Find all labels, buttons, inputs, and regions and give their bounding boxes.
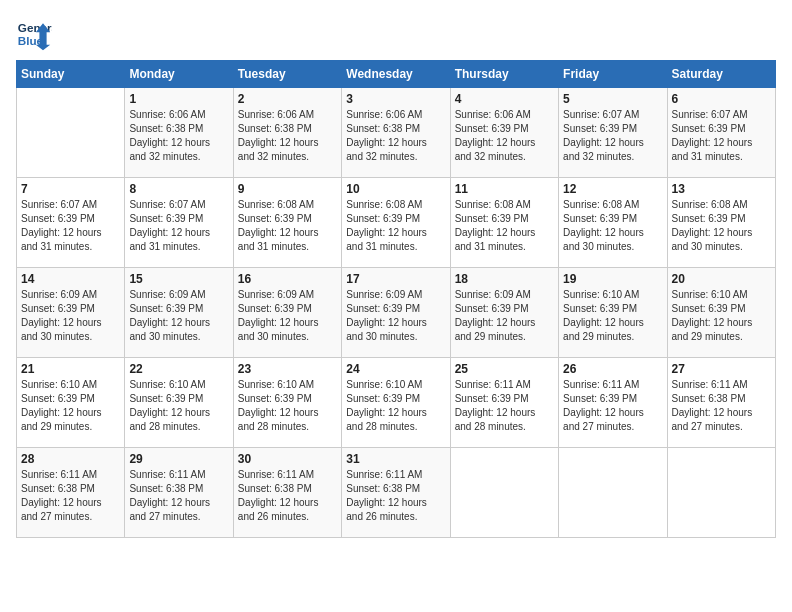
calendar-week-4: 21Sunrise: 6:10 AM Sunset: 6:39 PM Dayli…: [17, 358, 776, 448]
day-info: Sunrise: 6:11 AM Sunset: 6:39 PM Dayligh…: [455, 378, 554, 434]
calendar-cell: [667, 448, 775, 538]
weekday-header-sunday: Sunday: [17, 61, 125, 88]
calendar-week-2: 7Sunrise: 6:07 AM Sunset: 6:39 PM Daylig…: [17, 178, 776, 268]
day-number: 27: [672, 362, 771, 376]
day-info: Sunrise: 6:10 AM Sunset: 6:39 PM Dayligh…: [563, 288, 662, 344]
day-info: Sunrise: 6:08 AM Sunset: 6:39 PM Dayligh…: [672, 198, 771, 254]
calendar-cell: 6Sunrise: 6:07 AM Sunset: 6:39 PM Daylig…: [667, 88, 775, 178]
day-number: 3: [346, 92, 445, 106]
day-info: Sunrise: 6:06 AM Sunset: 6:38 PM Dayligh…: [129, 108, 228, 164]
calendar-cell: [559, 448, 667, 538]
day-number: 24: [346, 362, 445, 376]
day-info: Sunrise: 6:10 AM Sunset: 6:39 PM Dayligh…: [238, 378, 337, 434]
day-number: 18: [455, 272, 554, 286]
calendar-cell: 18Sunrise: 6:09 AM Sunset: 6:39 PM Dayli…: [450, 268, 558, 358]
calendar-cell: 22Sunrise: 6:10 AM Sunset: 6:39 PM Dayli…: [125, 358, 233, 448]
day-info: Sunrise: 6:10 AM Sunset: 6:39 PM Dayligh…: [129, 378, 228, 434]
day-number: 13: [672, 182, 771, 196]
logo: General Blue: [16, 16, 52, 52]
calendar-cell: [450, 448, 558, 538]
weekday-header-wednesday: Wednesday: [342, 61, 450, 88]
day-info: Sunrise: 6:11 AM Sunset: 6:38 PM Dayligh…: [346, 468, 445, 524]
day-info: Sunrise: 6:11 AM Sunset: 6:39 PM Dayligh…: [563, 378, 662, 434]
calendar-cell: 25Sunrise: 6:11 AM Sunset: 6:39 PM Dayli…: [450, 358, 558, 448]
weekday-header-friday: Friday: [559, 61, 667, 88]
calendar-cell: 10Sunrise: 6:08 AM Sunset: 6:39 PM Dayli…: [342, 178, 450, 268]
day-number: 12: [563, 182, 662, 196]
day-info: Sunrise: 6:06 AM Sunset: 6:38 PM Dayligh…: [238, 108, 337, 164]
day-info: Sunrise: 6:08 AM Sunset: 6:39 PM Dayligh…: [455, 198, 554, 254]
day-info: Sunrise: 6:06 AM Sunset: 6:39 PM Dayligh…: [455, 108, 554, 164]
calendar-cell: 29Sunrise: 6:11 AM Sunset: 6:38 PM Dayli…: [125, 448, 233, 538]
day-number: 19: [563, 272, 662, 286]
calendar-cell: 16Sunrise: 6:09 AM Sunset: 6:39 PM Dayli…: [233, 268, 341, 358]
calendar-table: SundayMondayTuesdayWednesdayThursdayFrid…: [16, 60, 776, 538]
day-number: 21: [21, 362, 120, 376]
calendar-cell: 26Sunrise: 6:11 AM Sunset: 6:39 PM Dayli…: [559, 358, 667, 448]
day-number: 30: [238, 452, 337, 466]
weekday-header-saturday: Saturday: [667, 61, 775, 88]
weekday-header-monday: Monday: [125, 61, 233, 88]
calendar-cell: 11Sunrise: 6:08 AM Sunset: 6:39 PM Dayli…: [450, 178, 558, 268]
calendar-cell: 13Sunrise: 6:08 AM Sunset: 6:39 PM Dayli…: [667, 178, 775, 268]
day-number: 29: [129, 452, 228, 466]
calendar-week-3: 14Sunrise: 6:09 AM Sunset: 6:39 PM Dayli…: [17, 268, 776, 358]
day-info: Sunrise: 6:07 AM Sunset: 6:39 PM Dayligh…: [21, 198, 120, 254]
calendar-cell: 19Sunrise: 6:10 AM Sunset: 6:39 PM Dayli…: [559, 268, 667, 358]
day-number: 25: [455, 362, 554, 376]
day-number: 4: [455, 92, 554, 106]
calendar-cell: 21Sunrise: 6:10 AM Sunset: 6:39 PM Dayli…: [17, 358, 125, 448]
day-number: 11: [455, 182, 554, 196]
calendar-cell: 28Sunrise: 6:11 AM Sunset: 6:38 PM Dayli…: [17, 448, 125, 538]
day-number: 31: [346, 452, 445, 466]
day-info: Sunrise: 6:10 AM Sunset: 6:39 PM Dayligh…: [21, 378, 120, 434]
day-info: Sunrise: 6:07 AM Sunset: 6:39 PM Dayligh…: [563, 108, 662, 164]
calendar-cell: 2Sunrise: 6:06 AM Sunset: 6:38 PM Daylig…: [233, 88, 341, 178]
calendar-week-1: 1Sunrise: 6:06 AM Sunset: 6:38 PM Daylig…: [17, 88, 776, 178]
day-number: 6: [672, 92, 771, 106]
svg-text:General: General: [18, 21, 52, 34]
day-info: Sunrise: 6:10 AM Sunset: 6:39 PM Dayligh…: [672, 288, 771, 344]
day-number: 28: [21, 452, 120, 466]
calendar-cell: 30Sunrise: 6:11 AM Sunset: 6:38 PM Dayli…: [233, 448, 341, 538]
day-info: Sunrise: 6:09 AM Sunset: 6:39 PM Dayligh…: [455, 288, 554, 344]
day-info: Sunrise: 6:09 AM Sunset: 6:39 PM Dayligh…: [129, 288, 228, 344]
day-number: 10: [346, 182, 445, 196]
calendar-cell: 3Sunrise: 6:06 AM Sunset: 6:38 PM Daylig…: [342, 88, 450, 178]
day-number: 5: [563, 92, 662, 106]
day-number: 16: [238, 272, 337, 286]
calendar-cell: 8Sunrise: 6:07 AM Sunset: 6:39 PM Daylig…: [125, 178, 233, 268]
day-number: 20: [672, 272, 771, 286]
calendar-cell: 7Sunrise: 6:07 AM Sunset: 6:39 PM Daylig…: [17, 178, 125, 268]
page-header: General Blue: [16, 16, 776, 52]
day-info: Sunrise: 6:09 AM Sunset: 6:39 PM Dayligh…: [346, 288, 445, 344]
day-number: 2: [238, 92, 337, 106]
calendar-cell: 1Sunrise: 6:06 AM Sunset: 6:38 PM Daylig…: [125, 88, 233, 178]
day-info: Sunrise: 6:08 AM Sunset: 6:39 PM Dayligh…: [238, 198, 337, 254]
day-number: 7: [21, 182, 120, 196]
calendar-cell: 12Sunrise: 6:08 AM Sunset: 6:39 PM Dayli…: [559, 178, 667, 268]
day-number: 1: [129, 92, 228, 106]
calendar-cell: 23Sunrise: 6:10 AM Sunset: 6:39 PM Dayli…: [233, 358, 341, 448]
calendar-cell: 14Sunrise: 6:09 AM Sunset: 6:39 PM Dayli…: [17, 268, 125, 358]
day-info: Sunrise: 6:10 AM Sunset: 6:39 PM Dayligh…: [346, 378, 445, 434]
calendar-cell: 31Sunrise: 6:11 AM Sunset: 6:38 PM Dayli…: [342, 448, 450, 538]
day-info: Sunrise: 6:11 AM Sunset: 6:38 PM Dayligh…: [129, 468, 228, 524]
calendar-cell: 4Sunrise: 6:06 AM Sunset: 6:39 PM Daylig…: [450, 88, 558, 178]
day-number: 26: [563, 362, 662, 376]
calendar-cell: 5Sunrise: 6:07 AM Sunset: 6:39 PM Daylig…: [559, 88, 667, 178]
day-info: Sunrise: 6:11 AM Sunset: 6:38 PM Dayligh…: [21, 468, 120, 524]
calendar-cell: 24Sunrise: 6:10 AM Sunset: 6:39 PM Dayli…: [342, 358, 450, 448]
calendar-cell: 20Sunrise: 6:10 AM Sunset: 6:39 PM Dayli…: [667, 268, 775, 358]
weekday-header-tuesday: Tuesday: [233, 61, 341, 88]
day-info: Sunrise: 6:09 AM Sunset: 6:39 PM Dayligh…: [238, 288, 337, 344]
weekday-header-row: SundayMondayTuesdayWednesdayThursdayFrid…: [17, 61, 776, 88]
day-info: Sunrise: 6:11 AM Sunset: 6:38 PM Dayligh…: [672, 378, 771, 434]
day-number: 17: [346, 272, 445, 286]
day-number: 23: [238, 362, 337, 376]
day-info: Sunrise: 6:11 AM Sunset: 6:38 PM Dayligh…: [238, 468, 337, 524]
calendar-cell: 27Sunrise: 6:11 AM Sunset: 6:38 PM Dayli…: [667, 358, 775, 448]
day-info: Sunrise: 6:07 AM Sunset: 6:39 PM Dayligh…: [672, 108, 771, 164]
day-number: 22: [129, 362, 228, 376]
calendar-cell: 15Sunrise: 6:09 AM Sunset: 6:39 PM Dayli…: [125, 268, 233, 358]
